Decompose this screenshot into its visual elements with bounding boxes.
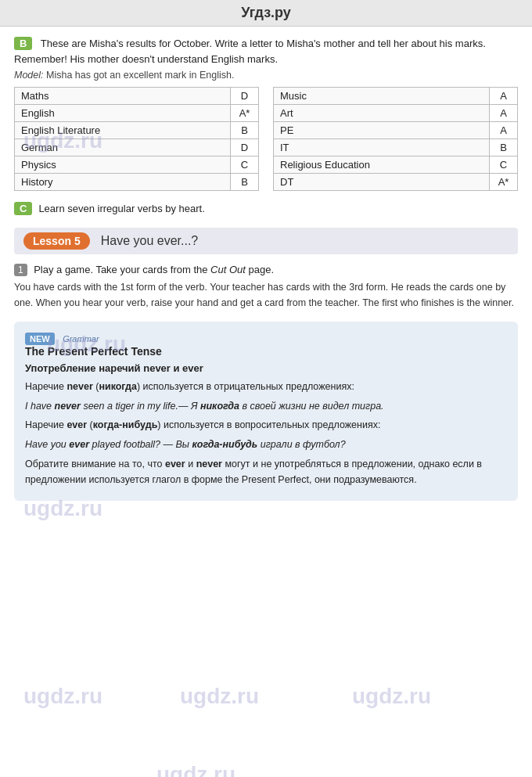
grade-cell: A <box>490 88 518 105</box>
section-b-label: B <box>14 37 32 50</box>
watermark-5: ugdz.ru <box>180 684 259 709</box>
table-row: EnglishA* <box>15 105 259 122</box>
grammar-paragraph: Наречие never (никогда) используется в о… <box>25 379 507 395</box>
activity-number: 1 <box>14 264 27 276</box>
section-b-instruction: These are Misha's results for October. W… <box>14 38 486 65</box>
table-row: PhysicsC <box>15 156 259 174</box>
section-c: C Learn seven irregular verbs by heart. <box>14 202 518 215</box>
watermark-4: ugdz.ru <box>23 684 102 709</box>
subject-cell: Art <box>274 105 490 122</box>
section-c-label: C <box>14 202 32 215</box>
section-c-text: Learn seven irregular verbs by heart. <box>38 203 204 214</box>
grammar-body: Наречие never (никогда) используется в о… <box>25 379 507 488</box>
subject-cell: English <box>15 105 231 122</box>
grade-cell: A <box>490 122 518 139</box>
activity-1-header: 1 Play a game. Take your cards from the … <box>14 262 518 276</box>
lesson-title: Have you ever...? <box>101 234 199 248</box>
table-row: HistoryB <box>15 174 259 191</box>
grade-cell: D <box>231 88 259 105</box>
table-row: ArtA <box>274 105 518 122</box>
subject-cell: English Literature <box>15 122 231 139</box>
grammar-box: NEW Grammar The Present Perfect Tense Уп… <box>14 322 518 501</box>
grammar-paragraph: Наречие ever (когда-нибудь) используется… <box>25 417 507 433</box>
grammar-new-badge: NEW <box>25 333 55 345</box>
marks-table-right: MusicAArtAPEAITBReligious EducationCDTA* <box>273 87 518 191</box>
subject-cell: German <box>15 139 231 156</box>
activity-title-prefix: Play a game. Take your cards from the <box>34 264 210 275</box>
marks-tables: MathsDEnglishA*English LiteratureBGerman… <box>14 87 518 191</box>
activity-1-body: You have cards with the 1st form of the … <box>14 279 518 311</box>
activity-1: 1 Play a game. Take your cards from the … <box>14 262 518 311</box>
activity-title-italic: Cut Out <box>210 264 246 275</box>
section-b: B These are Misha's results for October.… <box>14 36 518 191</box>
site-header: Угдз.ру <box>0 0 532 27</box>
lesson-header: Lesson 5 Have you ever...? <box>14 228 518 254</box>
watermark-6: ugdz.ru <box>352 684 431 709</box>
grade-cell: D <box>231 139 259 156</box>
table-row: English LiteratureB <box>15 122 259 139</box>
subject-cell: Music <box>274 88 490 105</box>
table-row: ITB <box>274 139 518 156</box>
grade-cell: A* <box>490 174 518 191</box>
model-label: Model: <box>14 70 44 81</box>
grammar-paragraph: Обратите внимание на то, что ever и neve… <box>25 456 507 488</box>
table-row: PEA <box>274 122 518 139</box>
subject-cell: History <box>15 174 231 191</box>
model-text: Misha has got an excellent mark in Engli… <box>46 70 234 81</box>
subject-cell: Religious Education <box>274 156 490 174</box>
subject-cell: PE <box>274 122 490 139</box>
section-b-header: B These are Misha's results for October.… <box>14 36 518 67</box>
table-row: MusicA <box>274 88 518 105</box>
subject-cell: Physics <box>15 156 231 174</box>
grammar-paragraph: I have never seen a tiger in my life.— Я… <box>25 398 507 415</box>
grade-cell: B <box>490 139 518 156</box>
table-row: MathsD <box>15 88 259 105</box>
section-b-model: Model: Misha has got an excellent mark i… <box>14 70 518 81</box>
grade-cell: C <box>490 156 518 174</box>
activity-1-title: Play a game. Take your cards from the Cu… <box>34 264 274 275</box>
page-content: ugdz.ru ugdz.ru ugdz.ru ugdz.ru ugdz.ru … <box>0 27 532 777</box>
marks-table-left: MathsDEnglishA*English LiteratureBGerman… <box>14 87 259 191</box>
grammar-subtitle-italic: Grammar <box>63 334 99 344</box>
grade-cell: B <box>231 174 259 191</box>
grade-cell: C <box>231 156 259 174</box>
grade-cell: B <box>231 122 259 139</box>
lesson-badge: Lesson 5 <box>23 232 90 250</box>
grammar-box-title: The Present Perfect Tense <box>25 345 507 358</box>
grammar-box-header: NEW Grammar <box>25 331 507 345</box>
grade-cell: A* <box>231 105 259 122</box>
table-row: GermanD <box>15 139 259 156</box>
table-row: DTA* <box>274 174 518 191</box>
subject-cell: Maths <box>15 88 231 105</box>
grade-cell: A <box>490 105 518 122</box>
activity-title-suffix: page. <box>246 264 274 275</box>
subject-cell: IT <box>274 139 490 156</box>
grammar-section-title: Употребление наречий never и ever <box>25 362 507 374</box>
watermark-7: ugdz.ru <box>156 762 235 777</box>
table-row: Religious EducationC <box>274 156 518 174</box>
grammar-paragraph: Have you ever played football? — Вы когд… <box>25 437 507 453</box>
site-name: Угдз.ру <box>241 5 291 20</box>
subject-cell: DT <box>274 174 490 191</box>
